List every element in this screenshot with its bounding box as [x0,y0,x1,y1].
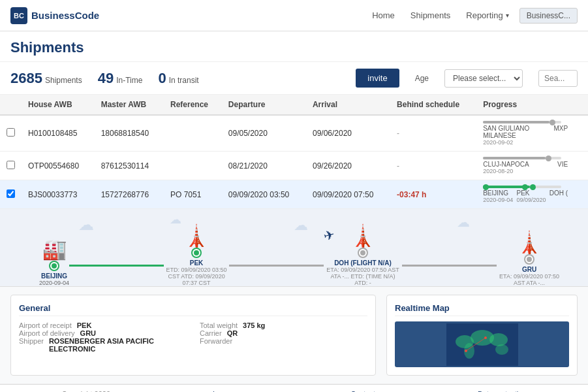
row1-checkbox-cell [0,115,22,152]
route-line-gray [229,265,324,267]
stop-dot-green [193,249,200,257]
stop-code: PEK [190,259,204,267]
page-title-bar: Shipments [0,31,588,62]
carrier-label: Carrier [200,329,222,337]
col-behind-schedule: Behind schedule [390,95,476,115]
airport-delivery-value: GRU [80,329,96,337]
shipper-row: Shipper ROSENBERGER ASIA PACIFIC ELECTRO… [19,337,187,353]
row2-behind-schedule: - [390,152,476,180]
table-row[interactable]: BJS00033773 15727268776 PO 7051 09/09/20… [0,180,588,209]
stat-total: 2685 Shipments [10,70,82,87]
table-row[interactable]: H0100108485 18068818540 09/05/2020 09/06… [0,115,588,152]
bottom-panel: General Airport of receipt PEK Airport o… [0,286,588,384]
row1-behind-schedule: - [390,115,476,152]
footer: Copyright 2020 Impressum Contact Data pr… [0,384,588,392]
row3-house-awb: BJS00033773 [22,180,95,209]
forwarder-row: Forwarder [200,337,367,345]
stat-intransit-count: 0 [158,70,166,87]
general-info-right: Total weight 375 kg Carrier QR Forwarder [200,321,367,353]
row2-checkbox-cell [0,152,22,180]
row2-arrival: 09/26/2020 [306,152,390,180]
row3-checkbox-cell [0,180,22,209]
row3-departure: 09/09/2020 03:50 [222,180,306,209]
stop-dot-green [50,262,58,270]
general-info-left: Airport of receipt PEK Airport of delive… [19,321,187,353]
row2-master-awb: 87612530114 [95,152,164,180]
nav-home[interactable]: Home [372,10,395,20]
stats-bar: 2685 Shipments 49 In-Time 0 In transit i… [0,62,588,95]
row1-arrival: 09/06/2020 [306,115,390,152]
expanded-flight-cell: ☁ ☁ ☁ ☁ ✈ 🏭 BEIJING [0,209,588,384]
nav-shipments[interactable]: Shipments [410,10,450,20]
carrier-row: Carrier QR [200,329,367,337]
col-checkbox [0,95,22,115]
row3-master-awb: 15727268776 [95,180,164,209]
tower-icon: 🗼 [516,232,542,253]
map-visual [395,321,569,367]
stop-gru: 🗼 GRU ETA: 09/09/2020 07:50 AST ATA -... [497,232,562,286]
airport-receipt-label: Airport of receipt [19,321,72,329]
stop-eta: ETD: 09/09/2020 03:50 CST ATD: 09/09/202… [164,267,229,286]
page-title: Shipments [10,39,578,56]
row2-progress: CLUJ-NAPOCA 2020-08-20 VIE [476,152,588,180]
col-reference: Reference [164,95,222,115]
route-line-gray [402,265,497,267]
nav-reporting[interactable]: Reporting ▾ [466,10,508,20]
shipments-table: House AWB Master AWB Reference Departure… [0,95,588,384]
row2-reference [164,152,222,180]
carrier-value: QR [227,329,238,337]
row1-master-awb: 18068818540 [95,115,164,152]
stop-eta: ETA: 09/09/2020 07:50 AST ATA -... [497,273,562,286]
invite-button[interactable]: invite [356,69,399,88]
table-row[interactable]: OTP00554680 87612530114 08/21/2020 09/26… [0,152,588,180]
expanded-flight-row: ☁ ☁ ☁ ☁ ✈ 🏭 BEIJING [0,209,588,384]
realtime-map-section: Realtime Map [386,295,578,376]
brand-name: BusinessCode [31,10,99,21]
stop-pek: 🗼 PEK ETD: 09/09/2020 03:50 CST ATD: 09/… [164,225,229,286]
row3-progress: BEIJING 2020-09-04 PEK 09/09/2020 DOH ( [476,180,588,209]
row2-house-awb: OTP00554680 [22,152,95,180]
cloud-icon: ☁ [294,217,308,234]
cloud-icon: ☁ [78,216,94,234]
row2-checkbox[interactable] [7,161,15,169]
cloud-icon: ☁ [170,212,181,227]
brand: BC BusinessCode [10,7,99,24]
nav-user[interactable]: BusinessC... [519,8,578,24]
col-progress: Progress [476,95,588,115]
svg-point-5 [495,344,508,355]
age-select[interactable]: Please select... [444,69,523,88]
route-line-green [69,265,164,267]
stat-intransit-label: In transit [169,76,199,85]
stop-dot-gray [359,249,367,257]
stat-total-label: Shipments [45,76,82,85]
airport-receipt-value: PEK [77,321,92,329]
col-departure: Departure [222,95,306,115]
realtime-map-title: Realtime Map [395,303,569,316]
row1-checkbox[interactable] [7,128,15,137]
brand-icon: BC [10,7,27,24]
shipper-value: ROSENBERGER ASIA PACIFIC ELECTRONIC [49,337,187,353]
general-title: General [19,303,367,316]
tower-icon: 🗼 [183,225,209,246]
row3-arrival: 09/09/2020 07:50 [306,180,390,209]
total-weight-row: Total weight 375 kg [200,321,367,329]
search-input[interactable] [538,70,578,87]
airport-receipt-row: Airport of receipt PEK [19,321,187,329]
general-section: General Airport of receipt PEK Airport o… [10,295,376,376]
col-house-awb: House AWB [22,95,95,115]
row3-checkbox[interactable] [7,189,15,198]
stat-intransit: 0 In transit [158,70,198,87]
row1-reference [164,115,222,152]
shipments-table-wrapper: House AWB Master AWB Reference Departure… [0,95,588,384]
total-weight-value: 375 kg [243,321,265,329]
age-label: Age [415,74,429,83]
cloud-icon: ☁ [457,214,470,230]
stop-date: 2020-09-04 [39,280,69,286]
row1-progress: SAN GIULIANO MILANESE 2020-09-02 MXP [476,115,588,152]
general-info-grid: Airport of receipt PEK Airport of delive… [19,321,367,353]
stop-dot-gray [525,255,533,263]
total-weight-label: Total weight [200,321,238,329]
col-master-awb: Master AWB [95,95,164,115]
navbar: BC BusinessCode Home Shipments Reporting… [0,0,588,31]
chevron-down-icon: ▾ [506,12,509,19]
